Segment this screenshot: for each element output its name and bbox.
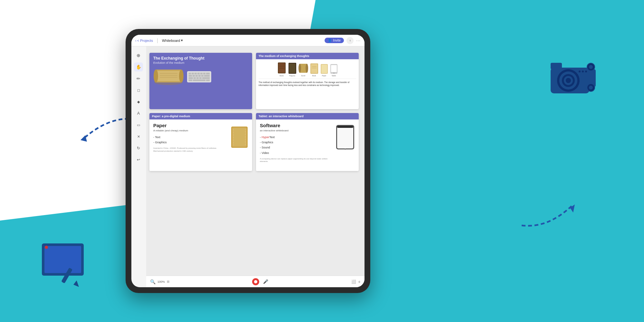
tool-cursor[interactable]: ⊕ xyxy=(134,51,143,60)
microphone-icon[interactable]: 🎤 xyxy=(263,279,268,284)
svg-point-62 xyxy=(306,64,308,73)
slide3-title: Paper xyxy=(153,123,227,128)
svg-rect-47 xyxy=(196,77,199,79)
svg-rect-40 xyxy=(193,75,195,77)
svg-point-61 xyxy=(298,64,301,73)
book-item-1: Stone xyxy=(277,62,286,77)
zoom-out-icon[interactable]: 🔍 xyxy=(150,279,156,284)
svg-rect-36 xyxy=(200,73,203,74)
more-button[interactable]: ··· xyxy=(356,38,361,43)
invite-user-icon: 👤 xyxy=(328,39,332,42)
tablet-screen: ‹ < Projects | Whiteboard ▾ 👤 Invite xyxy=(131,35,365,287)
record-button[interactable] xyxy=(252,278,259,285)
tool-pencil[interactable]: ✏ xyxy=(134,74,143,83)
svg-point-25 xyxy=(154,70,158,82)
whiteboard-title: Whiteboard ▾ xyxy=(162,38,183,43)
svg-rect-68 xyxy=(321,65,327,73)
grid-icon[interactable]: ⊞ xyxy=(167,280,169,283)
top-bar: ‹ < Projects | Whiteboard ▾ 👤 Invite xyxy=(131,35,365,46)
svg-rect-41 xyxy=(195,75,198,77)
tool-undo[interactable]: ↩ xyxy=(134,155,143,164)
paper-image xyxy=(231,126,248,148)
svg-rect-32 xyxy=(189,73,191,74)
add-slide-icon[interactable]: + xyxy=(358,279,361,284)
share-icon: ↑ xyxy=(349,39,351,42)
svg-rect-35 xyxy=(197,73,200,74)
scene: ‹ < Projects | Whiteboard ▾ 👤 Invite xyxy=(0,0,644,322)
svg-rect-64 xyxy=(311,64,317,73)
slide4-list-item-2: - Graphics xyxy=(260,140,332,145)
book-label-6: Tablet xyxy=(332,75,336,77)
hyper-text-span: Hyper xyxy=(262,136,270,139)
svg-rect-79 xyxy=(337,126,353,128)
back-label[interactable]: < Projects xyxy=(137,39,153,43)
bottom-left: 🔍 100% ⊞ xyxy=(150,279,169,284)
tablet-device: ‹ < Projects | Whiteboard ▾ 👤 Invite xyxy=(126,29,370,293)
left-toolbar: ⊕ ✋ ✏ ◻ ◆ A ▭ ✕ ↻ ↩ xyxy=(134,51,143,164)
dashed-arrow-right xyxy=(515,200,580,232)
book-label-5: Paper xyxy=(322,75,326,77)
tool-close[interactable]: ✕ xyxy=(134,132,143,141)
tool-rotate[interactable]: ↻ xyxy=(134,144,143,153)
slide1-title: The Exchanging of Thought xyxy=(153,56,248,61)
slide2-header-text: The medium of exchanging thoughts xyxy=(259,54,356,58)
tool-shape[interactable]: ▭ xyxy=(134,120,143,129)
tool-hand[interactable]: ✋ xyxy=(134,62,143,71)
slide-1[interactable]: The Exchanging of Thought Evolution of t… xyxy=(149,53,252,109)
book-item-5: Paper xyxy=(320,64,328,77)
slides-icon[interactable]: ⬜ xyxy=(351,279,356,284)
svg-rect-24 xyxy=(156,71,181,81)
slide1-images xyxy=(153,67,248,86)
whiteboard-decoration xyxy=(39,240,97,293)
slide4-title: Software xyxy=(260,123,332,128)
slide3-subtitle: A reliable (and cheap) medium xyxy=(153,129,227,132)
slide4-list-item-3: - Sound xyxy=(260,145,332,150)
bottom-bar: 🔍 100% ⊞ 🎤 ⬜ + xyxy=(146,276,365,287)
slide3-left: Paper A reliable (and cheap) medium - Te… xyxy=(153,123,227,168)
bottom-center: 🎤 xyxy=(252,278,268,285)
svg-rect-49 xyxy=(202,77,210,79)
tool-eraser[interactable]: ◻ xyxy=(134,86,143,95)
record-dot xyxy=(254,280,257,283)
canvas-area[interactable]: The Exchanging of Thought Evolution of t… xyxy=(146,46,365,276)
slide4-list-item-1: - HyperText xyxy=(260,135,332,140)
svg-rect-33 xyxy=(192,73,194,74)
invite-button[interactable]: 👤 Invite xyxy=(325,38,344,43)
back-button[interactable]: ‹ < Projects xyxy=(135,39,153,43)
title-text: Whiteboard xyxy=(162,39,180,43)
tool-fill[interactable]: ◆ xyxy=(134,97,143,106)
slide4-left: Software an interactive whiteboard - Hyp… xyxy=(260,123,332,168)
svg-rect-70 xyxy=(331,65,337,72)
book-label-4: Book xyxy=(312,75,316,77)
svg-rect-54 xyxy=(279,63,285,73)
slide4-footer: A computing device can replace paper aug… xyxy=(260,157,332,163)
book-label-3: Scroll xyxy=(301,75,305,77)
tool-text[interactable]: A xyxy=(134,109,143,118)
svg-rect-43 xyxy=(201,75,204,77)
svg-rect-44 xyxy=(204,75,210,77)
slide4-list-item-4: - Video xyxy=(260,150,332,156)
scroll-illustration xyxy=(153,67,184,86)
separator: | xyxy=(157,38,158,43)
svg-marker-21 xyxy=(570,204,575,213)
book-label-2: Papyrus xyxy=(289,75,295,77)
svg-rect-50 xyxy=(193,80,205,81)
svg-rect-77 xyxy=(337,126,353,148)
slide-3[interactable]: Paper: a pre-digital medium Paper A reli… xyxy=(149,113,252,171)
slide3-footer: Invented in China ~100AD. Produced by pr… xyxy=(153,147,227,152)
svg-rect-51 xyxy=(189,80,192,81)
books-row: Stone Papyrus xyxy=(259,62,356,77)
slide3-header: Paper: a pre-digital medium xyxy=(149,113,252,119)
book-item-4: Book xyxy=(310,63,318,77)
slide3-list-item-1: - Text xyxy=(153,135,227,140)
share-button[interactable]: ↑ xyxy=(346,37,354,44)
svg-rect-59 xyxy=(289,63,296,73)
book-item-6: Tablet xyxy=(330,64,338,77)
slide1-body: The Exchanging of Thought Evolution of t… xyxy=(149,53,252,109)
slide-4[interactable]: Tablet: an interactive whiteboard Softwa… xyxy=(256,113,359,171)
svg-rect-46 xyxy=(194,77,196,79)
svg-rect-45 xyxy=(189,77,193,79)
slide-2[interactable]: The medium of exchanging thoughts xyxy=(256,53,359,109)
slide1-subtitle: Evolution of the medium xyxy=(153,61,248,64)
more-icon: ··· xyxy=(356,38,361,43)
